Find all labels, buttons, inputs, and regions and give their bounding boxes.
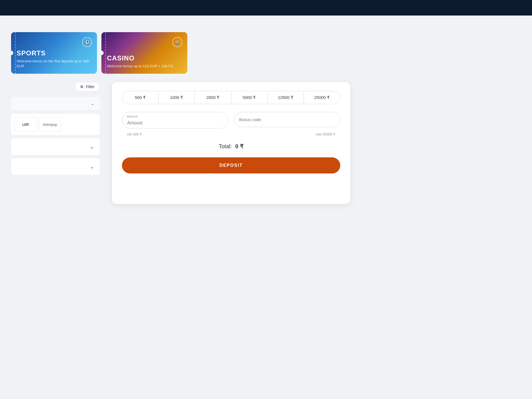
- main-content: ⚽ SPORTS Welcome bonus on the first depo…: [0, 16, 532, 204]
- max-hint: max 50000 ₹: [316, 132, 335, 136]
- sidebar-section-1: ⌄: [11, 97, 100, 111]
- amount-input-group: Amount: [122, 112, 228, 129]
- sports-bonus-card[interactable]: ⚽ SPORTS Welcome bonus on the first depo…: [11, 32, 97, 74]
- casino-card-title: CASINO: [107, 54, 182, 62]
- sidebar-section-1-header[interactable]: ⌄: [11, 97, 100, 111]
- top-navigation: [0, 0, 532, 16]
- total-label: Total:: [219, 143, 232, 150]
- bonus-code-input[interactable]: [234, 112, 340, 127]
- sidebar-section-3[interactable]: ⌄: [11, 158, 100, 175]
- sports-icon: ⚽: [82, 37, 92, 47]
- preset-12500[interactable]: 12500 ₹: [268, 91, 304, 104]
- amount-input-row: Amount: [122, 112, 340, 129]
- total-row: Total: 0 ₹: [122, 143, 340, 150]
- astropay-label: Astropay: [43, 122, 57, 127]
- sidebar: ⚙ Filter ⌄ LER Astropay: [11, 82, 100, 204]
- card-divider: [15, 32, 16, 74]
- bonus-code-group: [234, 112, 340, 129]
- filter-button[interactable]: ⚙ Filter: [75, 82, 100, 91]
- total-value: 0 ₹: [235, 143, 244, 150]
- preset-500[interactable]: 500 ₹: [122, 91, 158, 104]
- amount-hints: min 300 ₹ max 50000 ₹: [122, 131, 340, 136]
- page-layout: ⚙ Filter ⌄ LER Astropay: [0, 82, 532, 204]
- preset-1000[interactable]: 1000 ₹: [158, 91, 195, 104]
- sidebar-section-2[interactable]: ⌄: [11, 138, 100, 155]
- min-hint: min 300 ₹: [127, 132, 142, 136]
- filter-label: Filter: [86, 85, 94, 89]
- casino-icon: 🎡: [172, 37, 182, 47]
- payment-methods-section: LER Astropay: [11, 114, 100, 135]
- filter-bar: ⚙ Filter: [11, 82, 100, 91]
- payment-card-astropay[interactable]: Astropay: [39, 117, 61, 132]
- bonus-cards-row: ⚽ SPORTS Welcome bonus on the first depo…: [0, 27, 532, 82]
- chevron-down-icon-2: ⌄: [89, 143, 94, 150]
- deposit-button[interactable]: DEPOSIT: [122, 157, 340, 173]
- chevron-down-icon-3: ⌄: [89, 163, 94, 170]
- sports-card-desc: Welcome bonus on the first deposit up to…: [17, 59, 91, 69]
- deposit-panel: 500 ₹ 1000 ₹ 2000 ₹ 5000 ₹ 12500 ₹ 25000…: [112, 82, 350, 204]
- amount-input[interactable]: [122, 112, 228, 129]
- preset-5000[interactable]: 5000 ₹: [231, 91, 268, 104]
- payment-card-ler[interactable]: LER: [14, 117, 37, 132]
- chevron-down-icon: ⌄: [91, 101, 94, 106]
- amount-presets: 500 ₹ 1000 ₹ 2000 ₹ 5000 ₹ 12500 ₹ 25000…: [122, 91, 340, 104]
- ler-label: LER: [22, 122, 29, 127]
- card-divider: [105, 32, 106, 74]
- payment-methods-list: LER Astropay: [11, 114, 100, 135]
- casino-bonus-card[interactable]: 🎡 CASINO Welcome bonus up to 120 EUR + 1…: [101, 32, 187, 74]
- preset-25000[interactable]: 25000 ₹: [304, 91, 340, 104]
- casino-card-desc: Welcome bonus up to 120 EUR + 120 FS: [107, 64, 182, 69]
- sports-card-title: SPORTS: [17, 49, 91, 57]
- filter-icon: ⚙: [80, 85, 84, 89]
- preset-2000[interactable]: 2000 ₹: [195, 91, 231, 104]
